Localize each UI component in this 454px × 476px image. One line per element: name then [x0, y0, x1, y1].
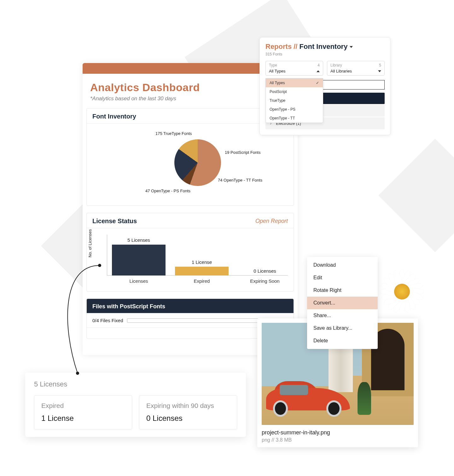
dropdown-option[interactable]: OpenType - TT — [266, 114, 323, 123]
license-box-expired[interactable]: Expired 1 License — [34, 395, 132, 429]
bar-value-label: 0 Licenses — [238, 268, 292, 274]
context-menu-item-download[interactable]: Download — [307, 259, 378, 271]
bar-category-label: Expiring Soon — [238, 278, 292, 284]
filter-type[interactable]: Type 4 All Types All Types ✓ PostScript … — [265, 61, 323, 76]
context-menu-item-edit[interactable]: Edit — [307, 271, 378, 284]
open-report-link[interactable]: Open Report — [255, 218, 288, 224]
dropdown-option[interactable]: TrueType — [266, 96, 323, 105]
filter-label: Type — [269, 63, 277, 67]
license-summary-header: 5 Licenses — [34, 380, 237, 388]
font-inventory-pie-chart: 175 TrueType Fonts 19 PostScript Fonts 7… — [92, 130, 288, 199]
license-status-bar-chart: No. of Licenses 5 Licenses 1 License 0 L… — [92, 235, 288, 285]
image-filename: project-summer-in-italy.png — [262, 429, 414, 436]
context-menu: Download Edit Rotate Right Convert... Sh… — [307, 257, 378, 349]
license-summary-card: 5 Licenses Expired 1 License Expiring wi… — [25, 373, 246, 437]
reports-current: Font Inventory — [300, 43, 348, 50]
dropdown-option[interactable]: All Types ✓ — [266, 78, 323, 87]
license-box-label: Expiring within 90 days — [146, 402, 230, 409]
context-menu-item-convert[interactable]: Convert... — [307, 297, 378, 309]
bg-shape — [378, 139, 454, 252]
bar-category-label: Licenses — [112, 278, 166, 284]
option-label: PostScript — [270, 90, 287, 94]
bar-y-axis-label: No. of Licenses — [88, 229, 92, 258]
context-menu-item-delete[interactable]: Delete — [307, 334, 378, 347]
check-icon: ✓ — [316, 81, 319, 85]
pie-graphic — [174, 139, 221, 186]
license-box-value: 0 Licenses — [146, 414, 230, 423]
option-label: All Types — [270, 81, 285, 85]
reports-panel: Reports // Font Inventory 315 Fonts Type… — [259, 37, 391, 135]
card-title: Font Inventory — [92, 113, 136, 120]
filter-count: 5 — [379, 63, 381, 67]
license-box-label: Expired — [41, 402, 125, 409]
option-label: OpenType - TT — [270, 116, 295, 120]
flower-decoration — [378, 268, 426, 315]
license-status-card: License Status Open Report No. of Licens… — [86, 213, 294, 292]
bar-category-label: Expired — [175, 278, 229, 284]
card-title: License Status — [92, 218, 137, 225]
option-label: OpenType - PS — [270, 107, 295, 112]
reports-breadcrumb[interactable]: Reports // Font Inventory — [265, 43, 385, 51]
bar-value-label: 5 Licenses — [112, 237, 166, 243]
filter-label: Library — [330, 63, 342, 67]
bar-expired — [175, 267, 229, 276]
license-box-value: 1 License — [41, 414, 125, 423]
y-axis — [107, 235, 107, 276]
image-meta: png // 3.8 MB — [262, 437, 414, 443]
filter-type-dropdown: All Types ✓ PostScript TrueType OpenType… — [265, 78, 323, 123]
option-label: TrueType — [270, 98, 285, 103]
dropdown-option[interactable]: OpenType - PS — [266, 105, 323, 114]
filter-library[interactable]: Library 5 All Libraries — [327, 61, 385, 76]
reports-count: 315 Fonts — [265, 52, 385, 56]
chevron-down-icon — [350, 46, 353, 48]
chevron-down-icon — [378, 70, 381, 72]
chevron-up-icon — [317, 70, 320, 72]
context-menu-item-rotate-right[interactable]: Rotate Right — [307, 284, 378, 297]
progress-label: 0/4 Files Fixed — [92, 318, 123, 323]
filter-selected: All Types — [269, 69, 286, 73]
filter-count: 4 — [317, 63, 320, 67]
context-menu-item-save-as-library[interactable]: Save as Library... — [307, 322, 378, 334]
bar-value-label: 1 License — [175, 259, 229, 265]
reports-prefix: Reports — [265, 43, 292, 50]
bar-licenses — [112, 245, 166, 276]
filter-selected: All Libraries — [330, 69, 352, 73]
card-title: Files with PostScript Fonts — [92, 303, 165, 310]
pie-label-postscript: 19 PostScript Fonts — [225, 150, 260, 155]
pie-label-opentype-ps: 47 OpenType - PS Fonts — [145, 189, 190, 193]
license-box-expiring[interactable]: Expiring within 90 days 0 Licenses — [139, 395, 237, 429]
dropdown-option[interactable]: PostScript — [266, 87, 323, 96]
pie-label-opentype-tt: 74 OpenType - TT Fonts — [218, 178, 262, 183]
pie-label-truetype: 175 TrueType Fonts — [155, 131, 192, 136]
breadcrumb-separator: // — [294, 43, 297, 50]
context-menu-item-share[interactable]: Share... — [307, 309, 378, 322]
